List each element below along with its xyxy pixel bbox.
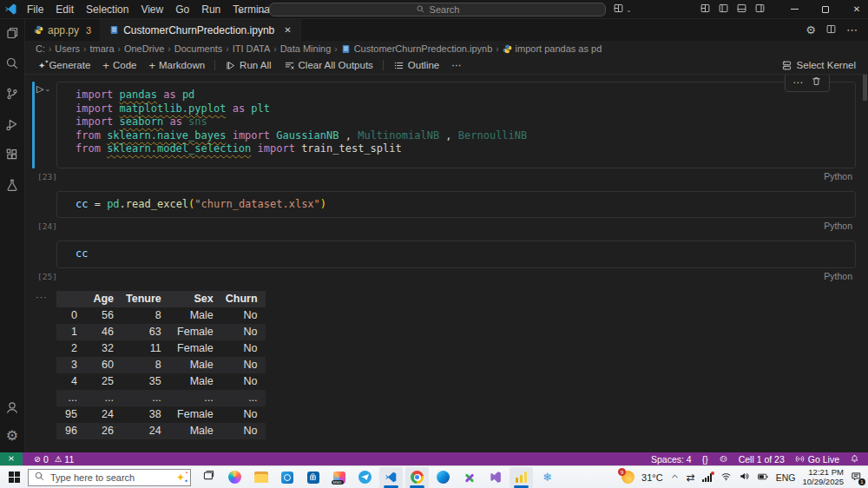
activity-debug-icon[interactable] [5, 117, 19, 135]
menu-selection[interactable]: Selection [80, 3, 135, 16]
ethernet-icon[interactable]: ⇄ [687, 472, 695, 484]
toggle-sidebar-icon[interactable] [718, 2, 729, 17]
split-editor-icon[interactable] [825, 23, 837, 37]
code-cell-3[interactable]: cc[25]Python [32, 241, 856, 282]
more-button[interactable]: ⋯ [445, 56, 468, 74]
code-cell-1[interactable]: ▷⌄⋯import pandas as pdimport matplotlib.… [32, 82, 856, 182]
outlook-icon[interactable] [275, 467, 299, 488]
cellular-icon[interactable] [702, 473, 713, 482]
cell-editor[interactable]: import pandas as pdimport matplotlib.pyp… [56, 82, 856, 168]
menu-go[interactable]: Go [169, 3, 195, 16]
outline-button[interactable]: Outline [387, 56, 445, 74]
run-cell-button[interactable]: ▷⌄ [36, 83, 50, 95]
status-copilot[interactable] [719, 454, 728, 464]
breadcrumb-item[interactable]: ITI DATA [233, 43, 271, 54]
language-indicator[interactable]: ENG [776, 472, 796, 483]
taskbar-search-box[interactable]: Type here to search ✦✦• [28, 469, 191, 486]
visual-studio-icon[interactable] [483, 467, 507, 488]
cell-toolbar[interactable]: ⋯ [785, 75, 830, 92]
breadcrumb-item[interactable]: Data Mining [280, 43, 332, 54]
status-spaces-4[interactable]: Spaces: 4 [651, 454, 692, 465]
menu-file[interactable]: File [21, 3, 49, 16]
task-view-icon[interactable] [197, 467, 220, 488]
select-kernel-button[interactable]: Select Kernel [781, 60, 868, 71]
forward-icon[interactable]: → [256, 3, 267, 16]
snowflake-icon[interactable]: ❄ [536, 467, 559, 488]
command-search-box[interactable]: Search [269, 3, 606, 16]
problems-status[interactable]: ⊘ 0 ⚠ 11 [30, 454, 74, 465]
remote-indicator[interactable] [0, 452, 23, 465]
more-actions-icon[interactable]: ⋯ [792, 76, 803, 89]
markdown-button[interactable]: +Markdown [142, 56, 211, 74]
cell-language-label[interactable]: Python [824, 221, 852, 231]
activity-settings-icon[interactable]: ⚙ [6, 428, 18, 444]
activity-account-icon[interactable] [5, 400, 19, 418]
file-explorer-icon[interactable] [249, 467, 273, 488]
code-button[interactable]: +Code [96, 56, 142, 74]
cell-editor[interactable]: cc = pd.read_excel("churn_dataset.xlsx") [56, 191, 856, 219]
activity-search-icon[interactable] [5, 56, 19, 74]
status-bell[interactable] [850, 454, 859, 464]
battery-icon[interactable] [757, 471, 769, 485]
status--[interactable]: {} [702, 454, 708, 465]
activity-files-icon[interactable] [5, 26, 19, 43]
clear-all-outputs-button[interactable]: Clear All Outputs [278, 56, 379, 74]
chrome-icon[interactable] [405, 467, 429, 488]
delete-cell-icon[interactable] [811, 76, 822, 89]
breadcrumb-item[interactable]: CustomerChurnPredection.ipynb [341, 43, 493, 54]
clock[interactable]: 12:21 PM 10/29/2025 [802, 468, 844, 486]
breadcrumb-item[interactable]: OneDrive [124, 43, 164, 54]
breadcrumb-item[interactable]: tmara [89, 43, 114, 54]
customize-layout-icon[interactable] [700, 2, 711, 17]
scrollbar[interactable] [863, 75, 867, 101]
weather-icon[interactable]: 9 [621, 471, 635, 484]
output-options-icon[interactable]: ··· [36, 292, 48, 302]
vscode-icon[interactable] [379, 467, 403, 488]
search-highlights-icon[interactable]: ✦✦• [176, 472, 185, 484]
close-button[interactable]: ✕ [845, 0, 868, 19]
cell-language-label[interactable]: Python [824, 171, 852, 181]
gear-icon[interactable]: ⚙ [806, 23, 816, 36]
power-bi-icon[interactable] [510, 467, 533, 488]
status-cell-1-of-23[interactable]: Cell 1 of 23 [739, 454, 785, 465]
maximize-button[interactable] [814, 0, 837, 19]
activity-extensions-icon[interactable] [5, 148, 19, 165]
copilot-icon[interactable] [223, 467, 247, 488]
breadcrumb-item[interactable]: Documents [174, 43, 223, 54]
run-all-button[interactable]: Run All [219, 56, 277, 74]
menu-run[interactable]: Run [195, 3, 227, 16]
generate-button[interactable]: ✦✦Generate [32, 56, 96, 74]
volume-icon[interactable] [739, 471, 750, 484]
activity-source-control-icon[interactable] [5, 87, 19, 104]
chevron-up-icon[interactable] [670, 472, 680, 483]
back-icon[interactable]: ← [236, 3, 247, 16]
notification-center-button[interactable]: 1 [851, 471, 865, 484]
activity-testing-icon[interactable] [5, 178, 19, 195]
cell-editor[interactable]: cc [56, 241, 856, 268]
quick-share-icon[interactable] [457, 467, 481, 488]
minimize-button[interactable] [783, 0, 806, 19]
microsoft-store-icon[interactable] [301, 467, 325, 488]
cell-language-label[interactable]: Python [824, 271, 852, 281]
ellipsis-icon[interactable]: ⋯ [846, 23, 858, 36]
menu-edit[interactable]: Edit [49, 3, 80, 16]
tab-CustomerChurnPredection.ipynb[interactable]: CustomerChurnPredection.ipynb✕ [101, 19, 300, 41]
status-go-live[interactable]: Go Live [795, 454, 839, 465]
tab-app.py[interactable]: app.py3 [25, 19, 101, 41]
wifi-icon[interactable] [720, 471, 732, 484]
breadcrumb-item[interactable]: import pandas as pd [503, 43, 602, 54]
microsoft-365-icon[interactable]: M365 [327, 467, 351, 488]
start-button[interactable] [0, 466, 28, 488]
temperature[interactable]: 31°C [641, 472, 663, 483]
menu-view[interactable]: View [135, 3, 169, 16]
close-tab-icon[interactable]: ✕ [284, 25, 291, 35]
table-cell: 63 [122, 324, 169, 340]
toggle-secondary-sidebar-icon[interactable] [754, 2, 766, 17]
breadcrumb-item[interactable]: C: [36, 43, 45, 54]
edge-icon[interactable] [431, 467, 455, 488]
code-cell-2[interactable]: cc = pd.read_excel("churn_dataset.xlsx")… [32, 191, 856, 233]
telegram-icon[interactable] [353, 467, 377, 488]
toggle-panel-icon[interactable] [736, 2, 747, 17]
layout-control-dropdown[interactable]: ⌄ [613, 0, 632, 19]
breadcrumb-item[interactable]: Users [55, 43, 80, 54]
